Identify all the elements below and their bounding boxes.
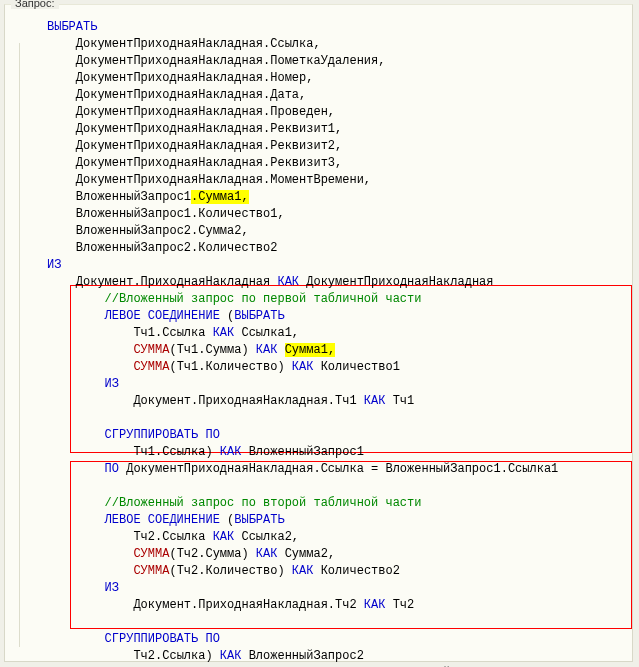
grp-field: Тч1.Ссылка): [133, 445, 219, 459]
fn-sum: СУММА: [133, 547, 169, 561]
kw-from: ИЗ: [47, 258, 61, 272]
subfield: Тч2.Ссылка: [133, 530, 212, 544]
kw-as: КАК: [277, 275, 299, 289]
subfield: Количество1: [313, 360, 399, 374]
kw-as: КАК: [256, 343, 278, 357]
subfield: Количество2: [313, 564, 399, 578]
field: ДокументПриходнаяНакладная.Реквизит3,: [76, 156, 342, 170]
kw-groupby: СГРУППИРОВАТЬ ПО: [105, 632, 220, 646]
kw-from: ИЗ: [105, 581, 119, 595]
field: ДокументПриходнаяНакладная.ПометкаУдален…: [76, 54, 386, 68]
grp-field: Тч2.Ссылка): [133, 649, 219, 663]
highlight-text: .Сумма1,: [191, 190, 249, 204]
field: ДокументПриходнаяНакладная.Ссылка,: [76, 37, 321, 51]
kw-groupby: СГРУППИРОВАТЬ ПО: [105, 428, 220, 442]
sub-from: Документ.ПриходнаяНакладная.Тч1: [133, 394, 363, 408]
kw-select: ВЫБРАТЬ: [234, 513, 284, 527]
field: ДокументПриходнаяНакладная.МоментВремени…: [76, 173, 371, 187]
kw-select: ВЫБРАТЬ: [234, 309, 284, 323]
grp-alias: ВложенныйЗапрос2: [241, 649, 363, 663]
kw-from: ИЗ: [105, 377, 119, 391]
field: ДокументПриходнаяНакладная.Реквизит1,: [76, 122, 342, 136]
subfield: (Тч2.Количество): [169, 564, 291, 578]
from-table: Документ.ПриходнаяНакладная: [76, 275, 278, 289]
query-text[interactable]: ВЫБРАТЬ ДокументПриходнаяНакладная.Ссылк…: [5, 5, 632, 667]
field: ДокументПриходнаяНакладная.Проведен,: [76, 105, 335, 119]
kw-as: КАК: [256, 547, 278, 561]
comment: //Вложенный запрос по второй табличной ч…: [105, 496, 422, 510]
subfield: (Тч1.Сумма): [169, 343, 255, 357]
kw-as: КАК: [220, 445, 242, 459]
kw-as: КАК: [364, 598, 386, 612]
field: ДокументПриходнаяНакладная.Реквизит2,: [76, 139, 342, 153]
subfield: Сумма2,: [277, 547, 335, 561]
fn-sum: СУММА: [133, 360, 169, 374]
kw-as: КАК: [213, 530, 235, 544]
on-cond: ДокументПриходнаяНакладная.Ссылка = Влож…: [119, 462, 558, 476]
from-alias: ДокументПриходнаяНакладная: [299, 275, 493, 289]
subfield: Тч1.Ссылка: [133, 326, 212, 340]
field: ВложенныйЗапрос2.Сумма2,: [76, 224, 249, 238]
sub-from-alias: Тч1: [385, 394, 414, 408]
kw-as: КАК: [292, 564, 314, 578]
fn-sum: СУММА: [133, 564, 169, 578]
kw-select: ВЫБРАТЬ: [47, 20, 97, 34]
sub-from-alias: Тч2: [385, 598, 414, 612]
kw-as: КАК: [220, 649, 242, 663]
subfield: Ссылка1,: [234, 326, 299, 340]
kw-join: ЛЕВОЕ СОЕДИНЕНИЕ: [105, 513, 220, 527]
paren: (: [220, 309, 234, 323]
kw-on: ПО: [105, 462, 119, 476]
fn-sum: СУММА: [133, 343, 169, 357]
field: ДокументПриходнаяНакладная.Дата,: [76, 88, 306, 102]
field: ВложенныйЗапрос1.Количество1,: [76, 207, 285, 221]
kw-join: ЛЕВОЕ СОЕДИНЕНИЕ: [105, 309, 220, 323]
subfield: (Тч2.Сумма): [169, 547, 255, 561]
comment: //Вложенный запрос по первой табличной ч…: [105, 292, 422, 306]
field: ВложенныйЗапрос1: [76, 190, 191, 204]
field: ДокументПриходнаяНакладная.Номер,: [76, 71, 314, 85]
kw-as: КАК: [213, 326, 235, 340]
subfield: (Тч1.Количество): [169, 360, 291, 374]
subfield: Ссылка2,: [234, 530, 299, 544]
query-panel: Запрос: ВЫБРАТЬ ДокументПриходнаяНакладн…: [4, 4, 633, 662]
highlight-text: Сумма1,: [285, 343, 335, 357]
sp: [277, 343, 284, 357]
grp-alias: ВложенныйЗапрос1: [241, 445, 363, 459]
paren: (: [220, 513, 234, 527]
kw-as: КАК: [292, 360, 314, 374]
sub-from: Документ.ПриходнаяНакладная.Тч2: [133, 598, 363, 612]
field: ВложенныйЗапрос2.Количество2: [76, 241, 278, 255]
kw-as: КАК: [364, 394, 386, 408]
